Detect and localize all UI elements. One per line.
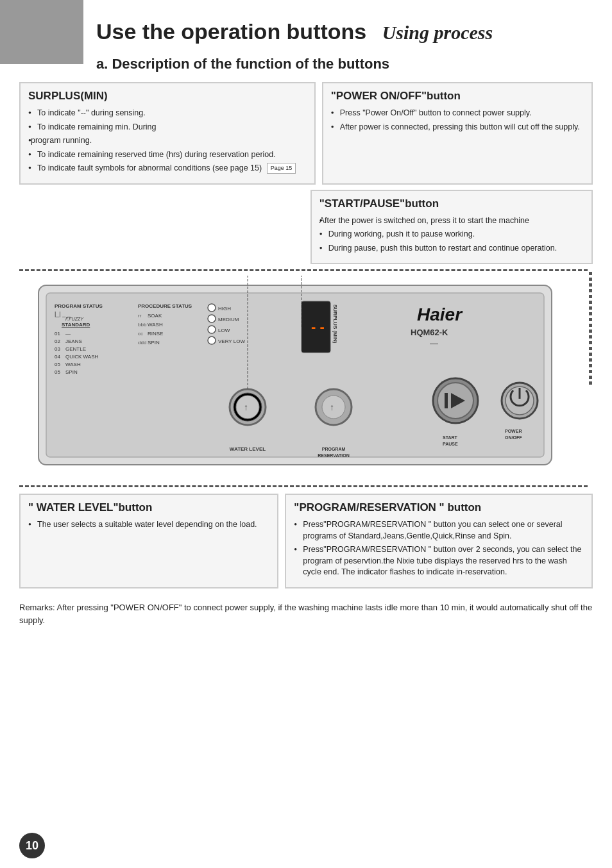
dot-sq <box>589 289 592 292</box>
svg-text:03: 03 <box>55 346 60 352</box>
using-process-subtitle: Using process <box>382 22 493 43</box>
surplus-item-2: To indicate remaining min. During <box>28 122 307 133</box>
top-info-grid: SURPLUS(MIN) To indicate "--" during sen… <box>19 82 593 185</box>
prog-item-2: Press"PROGRAM/RESERVATION " button over … <box>294 544 584 578</box>
dot-sq <box>589 353 592 356</box>
dot-sq <box>589 318 592 321</box>
program-reservation-list: Press"PROGRAM/RESERVATION " button you c… <box>294 519 584 578</box>
svg-text:05: 05 <box>55 369 60 375</box>
dotted-bottom-border <box>19 485 588 487</box>
svg-text:bbb: bbb <box>138 322 147 328</box>
svg-text:ddd: ddd <box>138 340 146 346</box>
svg-text:RINSE: RINSE <box>148 331 163 337</box>
power-onoff-title: "POWER ON/OFF"button <box>331 90 584 103</box>
surplus-item-5: To indicate fault symbols for abnormal c… <box>28 163 307 174</box>
dot-sq <box>589 381 592 385</box>
water-level-item-1: The user selects a suitable water level … <box>28 519 269 531</box>
dot-sq <box>589 301 592 304</box>
start-pause-box: "START/PAUSE"button After the power is s… <box>310 190 593 265</box>
dotted-top-border <box>19 269 588 271</box>
svg-text:PAUSE: PAUSE <box>443 442 458 446</box>
svg-text:PROCEDURE STATUS: PROCEDURE STATUS <box>138 303 192 309</box>
surplus-item-3: program running. <box>28 135 307 147</box>
power-item-2: After power is connected, pressing this … <box>331 122 584 133</box>
water-level-list: The user selects a suitable water level … <box>28 519 269 531</box>
svg-text:Haier: Haier <box>417 305 463 324</box>
svg-point-33 <box>208 337 216 344</box>
svg-text:SPIN: SPIN <box>148 340 160 346</box>
svg-text:WATER LEVEL: WATER LEVEL <box>230 446 266 452</box>
power-item-1: Press "Power On/Off" button to connect p… <box>331 108 584 119</box>
svg-text:ON/OFF: ON/OFF <box>505 435 522 440</box>
dot-sq <box>589 358 592 362</box>
svg-text:WASH: WASH <box>148 322 163 328</box>
remarks-area: Remarks: After pressing "POWER ON/OFF" t… <box>19 601 593 628</box>
svg-text:cc: cc <box>138 331 143 337</box>
svg-text:02: 02 <box>55 338 60 344</box>
svg-text:HQM62-K: HQM62-K <box>411 328 448 337</box>
dot-sq <box>589 324 592 327</box>
water-level-box: " WATER LEVEL"button The user selects a … <box>19 494 278 588</box>
surplus-box: SURPLUS(MIN) To indicate "--" during sen… <box>19 82 316 185</box>
svg-text:rr: rr <box>138 313 142 319</box>
power-onoff-list: Press "Power On/Off" button to connect p… <box>331 108 584 133</box>
svg-text:SOAK: SOAK <box>148 313 162 319</box>
surplus-box-list: To indicate "--" during sensing. To indi… <box>28 108 307 174</box>
dot-sq <box>589 370 592 373</box>
surplus-item-4: To indicate remaining reserved time (hrs… <box>28 149 307 161</box>
svg-text:F.FUZZY: F.FUZZY <box>65 317 84 321</box>
remarks-text: Remarks: After pressing "POWER ON/OFF" t… <box>19 603 592 626</box>
left-spacer <box>19 185 310 265</box>
header-area: Use the operation buttons Using process <box>0 6 612 44</box>
svg-text:SURPLUS (MIN): SURPLUS (MIN) <box>332 305 338 344</box>
svg-text:PROGRAM STATUS: PROGRAM STATUS <box>55 303 103 309</box>
program-reservation-box: "PROGRAM/RESERVATION " button Press"PROG… <box>285 494 593 588</box>
start-pause-item-2: During working, push it to pause working… <box>319 229 584 240</box>
dot-sq <box>589 330 592 333</box>
machine-diagram-svg: PROGRAM STATUS |_| _ _ F.FUZZY STANDARD … <box>19 272 577 484</box>
svg-text:MEDIUM: MEDIUM <box>218 317 239 322</box>
svg-text:01: 01 <box>55 331 60 337</box>
svg-text:STANDARD: STANDARD <box>62 322 90 328</box>
svg-text:LOW: LOW <box>218 328 230 333</box>
svg-text:RESERVATION: RESERVATION <box>318 453 349 458</box>
main-title: Use the operation buttons <box>96 19 366 44</box>
dot-sq <box>589 341 592 344</box>
svg-point-27 <box>208 304 216 312</box>
page-number: 10 <box>19 833 45 858</box>
dot-sq <box>589 272 592 275</box>
svg-text:JEANS: JEANS <box>65 338 82 344</box>
svg-text:- -: - - <box>311 319 325 335</box>
svg-text:05: 05 <box>55 362 60 367</box>
program-reservation-title: "PROGRAM/RESERVATION " button <box>294 501 584 514</box>
svg-text:↑: ↑ <box>244 402 248 412</box>
start-pause-title: "START/PAUSE"button <box>319 197 584 210</box>
svg-text:WASH: WASH <box>65 362 81 367</box>
svg-text:QUICK WASH: QUICK WASH <box>65 354 98 360</box>
dot-sq <box>589 278 592 281</box>
power-onoff-box: "POWER ON/OFF"button Press "Power On/Off… <box>322 82 593 185</box>
svg-point-29 <box>208 315 216 322</box>
svg-point-31 <box>208 326 216 333</box>
svg-text:HIGH: HIGH <box>218 306 231 312</box>
surplus-item-1: To indicate "--" during sensing. <box>28 108 307 119</box>
svg-rect-54 <box>445 393 448 408</box>
svg-text:PROGRAM: PROGRAM <box>322 447 346 451</box>
svg-text:SPIN: SPIN <box>65 369 78 375</box>
svg-text:POWER: POWER <box>505 429 522 433</box>
svg-rect-1 <box>46 293 544 457</box>
svg-text:VERY LOW: VERY LOW <box>218 338 245 344</box>
svg-text:START: START <box>443 435 458 440</box>
dot-sq <box>589 364 592 367</box>
dot-sq <box>589 312 592 315</box>
start-pause-item-3: During pause, push this button to restar… <box>319 243 584 255</box>
page-badge: Page 15 <box>267 163 296 174</box>
start-pause-list: After the power is switched on, press it… <box>319 215 584 255</box>
svg-text:—: — <box>430 338 438 348</box>
dot-sq <box>589 283 592 287</box>
dotted-right-border <box>588 269 593 487</box>
svg-text:GENTLE: GENTLE <box>65 346 86 352</box>
surplus-box-title: SURPLUS(MIN) <box>28 90 307 103</box>
dot-sq <box>589 295 592 298</box>
svg-text:—: — <box>65 331 71 337</box>
